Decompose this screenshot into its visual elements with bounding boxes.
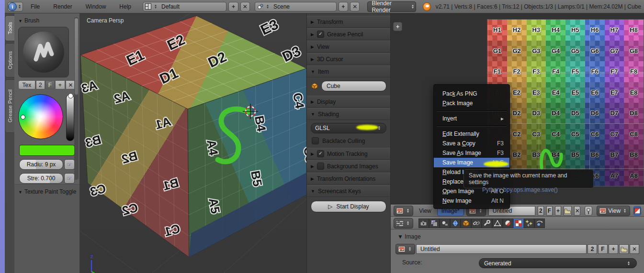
properties-tab-object-data[interactable]: [492, 218, 503, 228]
checkbox-row-backface-culling[interactable]: Backface Culling: [307, 134, 390, 147]
value-slider-knob[interactable]: [68, 93, 73, 98]
panel-header-view[interactable]: ▶View: [307, 41, 390, 53]
brush-preview[interactable]: [18, 27, 69, 77]
delete-scene-button[interactable]: ✕: [350, 2, 360, 11]
menu-item-pack-as-png[interactable]: Pack As PNG: [434, 89, 509, 98]
add-layout-button[interactable]: +: [228, 2, 238, 11]
grid-cell-F2: F2: [507, 61, 527, 82]
image-fake-user-button[interactable]: F: [598, 244, 608, 254]
new-image-button[interactable]: +: [555, 206, 561, 216]
new-texture-button[interactable]: +: [55, 80, 65, 89]
brush-color-swatch[interactable]: [19, 145, 75, 156]
color-wheel-cursor[interactable]: [21, 115, 25, 120]
properties-tab-render[interactable]: [418, 218, 429, 228]
editor-type-button[interactable]: ▲▼: [394, 218, 413, 229]
texture-users-button[interactable]: 2: [36, 80, 45, 89]
panel-header-3d-cursor[interactable]: ▶3D Cursor: [307, 53, 390, 65]
new-image-button[interactable]: +: [609, 244, 618, 254]
menu-item-pack-image[interactable]: Pack Image: [434, 98, 509, 108]
grid-cell-B6: B6: [585, 144, 605, 165]
panel-header-screencast-keys[interactable]: ▼Screencast Keys: [307, 185, 390, 197]
strength-slider[interactable]: Stre: 0.700: [19, 173, 63, 184]
editor-type-button[interactable]: ▲▼: [394, 206, 413, 216]
properties-tab-scene[interactable]: [440, 218, 450, 228]
properties-tab-material[interactable]: [503, 218, 513, 228]
menu-item-edit-externally[interactable]: Edit Externally: [434, 129, 509, 139]
menu-item-invert[interactable]: Invert▸: [434, 114, 509, 123]
brush-panel-header[interactable]: ▼Brush: [14, 13, 79, 26]
render-engine-dropdown[interactable]: Blender Render ▲▼: [367, 1, 416, 12]
grid-cell-D3: D3: [527, 103, 546, 124]
texture-datablock-button[interactable]: Tex: [18, 80, 35, 89]
pressure-strength-icon[interactable]: ☞: [64, 173, 75, 184]
properties-tab-constraints[interactable]: [471, 218, 482, 228]
image-fake-user-button[interactable]: F: [546, 206, 553, 216]
region-expand-icon[interactable]: +: [393, 22, 402, 31]
panel-header-display[interactable]: ▶Display: [307, 96, 390, 108]
triangle-right-icon: ▶: [311, 99, 314, 104]
uv-menu-view[interactable]: View: [416, 207, 435, 214]
image-users-button[interactable]: 2: [538, 206, 544, 216]
pin-image-button[interactable]: [585, 206, 592, 216]
menu-file[interactable]: File: [25, 3, 45, 10]
radius-slider[interactable]: Radiu: 9 px: [19, 159, 63, 170]
object-name-field[interactable]: Cube: [321, 81, 386, 91]
tab-tools[interactable]: Tools: [5, 15, 14, 41]
add-scene-button[interactable]: +: [339, 2, 348, 11]
screen-layout-selector[interactable]: ▲▼ Default: [143, 2, 226, 11]
open-image-button[interactable]: [619, 244, 629, 254]
cube-icon: [311, 82, 318, 90]
display-channels-dropdown[interactable]: View ▲▼: [597, 206, 630, 216]
checkbox[interactable]: ✓: [317, 31, 324, 38]
tab-grease-pencil[interactable]: Grease Pencil: [5, 79, 14, 133]
properties-tab-modifiers[interactable]: [482, 218, 492, 228]
properties-tab-particles[interactable]: [524, 218, 534, 228]
checkbox[interactable]: [312, 137, 319, 144]
draw-checker-button[interactable]: [633, 206, 641, 216]
texture-paint-toggle-header[interactable]: ▼Texture Paint Toggle: [14, 185, 79, 197]
color-wheel[interactable]: [18, 94, 63, 139]
source-dropdown[interactable]: Generated ▲▼: [479, 258, 637, 268]
scene-selector[interactable]: ▲▼ Scene: [255, 2, 337, 11]
menu-render[interactable]: Render: [47, 3, 78, 10]
tab-options[interactable]: Options: [5, 43, 14, 77]
pressure-radius-icon[interactable]: ☞: [64, 159, 75, 170]
properties-tab-world[interactable]: [450, 218, 461, 228]
panel-header-transform[interactable]: ▶Transform: [307, 16, 390, 28]
panel-header-background-images[interactable]: ▶Background Images: [307, 160, 390, 172]
properties-tab-physics[interactable]: [534, 218, 545, 228]
value-slider[interactable]: [66, 94, 74, 141]
triangle-down-icon: ▼: [311, 69, 315, 74]
grid-cell-C6: C6: [585, 124, 605, 145]
panel-header-transform-orientations[interactable]: ▶Transform Orientations: [307, 173, 390, 185]
tool-shelf-scrollbar[interactable]: [74, 17, 79, 180]
checkbox[interactable]: [317, 163, 324, 170]
menu-item-save-a-copy[interactable]: Save a CopyF3: [434, 139, 509, 148]
fake-user-button[interactable]: F: [45, 80, 55, 89]
delete-layout-button[interactable]: ✕: [240, 2, 250, 11]
open-image-button[interactable]: [564, 206, 572, 216]
checkbox[interactable]: ✓: [317, 150, 324, 157]
menu-window[interactable]: Window: [80, 3, 112, 10]
image-browse-button[interactable]: ▲▼: [395, 244, 415, 254]
image-panel-header[interactable]: ▼ Image: [397, 233, 421, 240]
viewport-3d[interactable]: E1E2E3D1D2D3A3A2A1B3B2B1C3C2C1B4C4C5B5A4…: [80, 13, 306, 273]
grid-cell-B7: B7: [605, 144, 624, 165]
menu-help[interactable]: Help: [113, 3, 137, 10]
unlink-image-button[interactable]: ✕: [630, 244, 639, 254]
editor-type-selector[interactable]: i ▲▼: [8, 2, 23, 11]
panel-header-shading[interactable]: ▼Shading: [307, 108, 390, 120]
panel-header-item[interactable]: ▼Item: [307, 66, 390, 77]
image-name-field[interactable]: Untitled: [416, 244, 587, 254]
menu-item-new-image[interactable]: New ImageAlt N: [434, 196, 509, 206]
properties-tab-texture[interactable]: [513, 218, 524, 228]
properties-tab-object[interactable]: [461, 218, 471, 228]
properties-tab-render-layers[interactable]: [429, 218, 440, 228]
panel-header-motion-tracking[interactable]: ▶✓Motion Tracking: [307, 148, 390, 160]
grid-cell-G1: G1: [487, 41, 507, 62]
image-users-button[interactable]: 2: [588, 244, 597, 254]
panel-header-grease-pencil[interactable]: ▶✓Grease Pencil: [307, 28, 390, 40]
unlink-image-button[interactable]: ✕: [574, 206, 580, 216]
start-display-button[interactable]: ▷Start Display: [311, 201, 386, 212]
menu-item-save-as-image[interactable]: Save As ImageF3: [434, 148, 509, 158]
